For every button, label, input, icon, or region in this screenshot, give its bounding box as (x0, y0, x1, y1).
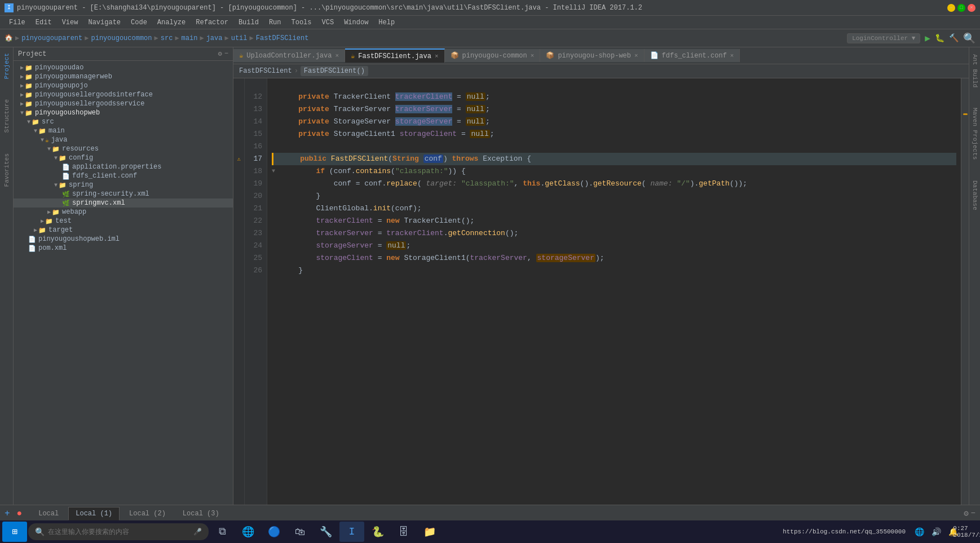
taskbar-search[interactable]: 🔍 🎤 (28, 523, 209, 540)
close-button[interactable]: × (968, 4, 975, 12)
tree-item-pinyougousellergoodsinterface[interactable]: ▶ 📁 pinyougousellergoodsinterface (14, 90, 233, 99)
tree-item-main[interactable]: ▼ 📁 main (14, 126, 233, 135)
taskbar-search-input[interactable] (48, 528, 190, 536)
tree-item-pinyougoupojo[interactable]: ▶ 📁 pinyougoupojo (14, 81, 233, 90)
bc-method[interactable]: FastDFSClient() (301, 66, 368, 76)
stop-terminal-button[interactable]: ● (17, 509, 23, 519)
tree-item-src[interactable]: ▼ 📁 src (14, 117, 233, 126)
nav-fastdfsclient[interactable]: FastDFSClient (256, 34, 309, 42)
tree-item-spring-security-xml[interactable]: 🌿 spring-security.xml (14, 189, 233, 198)
close-tab-fdfs-client-conf[interactable]: × (730, 52, 734, 59)
tree-item-application-properties[interactable]: 📄 application.properties (14, 162, 233, 171)
nav-util[interactable]: util (231, 34, 248, 42)
taskbar-store[interactable]: 🛍 (288, 522, 312, 542)
tab-fdfs-client-conf[interactable]: 📄 fdfs_client.conf × (644, 49, 740, 62)
menu-code[interactable]: Code (126, 17, 152, 28)
menu-edit[interactable]: Edit (31, 17, 56, 28)
maximize-button[interactable]: □ (957, 4, 965, 12)
tab-pinyougou-common[interactable]: 📦 pinyougou-common × (445, 49, 541, 62)
menu-help[interactable]: Help (374, 17, 399, 28)
menu-navigate[interactable]: Navigate (83, 17, 125, 28)
nav-pinyougouparent[interactable]: pinyougouparent (21, 34, 82, 42)
start-button[interactable]: ⊞ (2, 522, 27, 542)
terminal-tab-local[interactable]: Local (31, 507, 66, 520)
scrollbar-right[interactable] (961, 78, 969, 505)
tree-item-pinyougousellergoodsservice[interactable]: ▶ 📁 pinyougousellergoodsservice (14, 99, 233, 108)
taskbar-chrome[interactable]: 🔵 (262, 522, 286, 542)
code-editor[interactable]: private TrackerClient trackerClient = nu… (267, 78, 961, 505)
taskbar-task-view[interactable]: ⧉ (210, 522, 235, 542)
menu-build[interactable]: Build (234, 17, 263, 28)
tree-item-java[interactable]: ▼ ☕ java (14, 135, 233, 144)
tree-item-test[interactable]: ▶ 📁 test (14, 217, 233, 226)
close-tab-fast-dfs-client[interactable]: × (435, 53, 439, 60)
taskbar-db[interactable]: 🗄 (391, 522, 416, 542)
tab-fast-dfs-client[interactable]: ☕ FastDFSClient.java × (345, 48, 444, 63)
tree-item-config[interactable]: ▼ 📁 config (14, 153, 233, 162)
ant-build-tab[interactable]: Ant Build (970, 52, 979, 90)
code-line-12: private TrackerClient trackerClient = nu… (272, 91, 956, 103)
menu-analyze[interactable]: Analyze (153, 17, 190, 28)
tree-item-pinyougoushopweb[interactable]: ▼ 📁 pinyougoushopweb (14, 108, 233, 117)
terminal-tab-local-1[interactable]: Local (1) (68, 507, 120, 520)
tree-item-springmvc-xml[interactable]: 🌿 springmvc.xml (14, 198, 233, 208)
tab-pinyougou-shop-web[interactable]: 📦 pinyougou-shop-web × (540, 49, 644, 62)
sidebar-tab-structure[interactable]: Structure (2, 96, 11, 136)
tree-item-fdfs-client-conf[interactable]: 📄 fdfs_client.conf (14, 171, 233, 180)
run-button[interactable]: ▶ (925, 33, 930, 44)
nav-main[interactable]: main (182, 34, 198, 42)
taskbar-pycharm[interactable]: 🐍 (365, 522, 390, 542)
scroll-warning-marker (963, 113, 968, 115)
terminal-settings-button[interactable]: ⚙ (964, 509, 968, 518)
menu-refactor[interactable]: Refactor (191, 17, 233, 28)
taskbar-time[interactable]: 9:272018/7/27 (962, 522, 978, 542)
minimize-button[interactable]: − (947, 4, 955, 12)
nav-java[interactable]: java (206, 34, 223, 42)
tree-item-spring[interactable]: ▼ 📁 spring (14, 180, 233, 189)
taskbar-network-icon[interactable]: 🌐 (911, 522, 927, 542)
tree-item-target[interactable]: ▶ 📁 target (14, 226, 233, 235)
sidebar-settings-button[interactable]: ⚙ (218, 50, 222, 58)
menu-bar: File Edit View Navigate Code Analyze Ref… (0, 16, 980, 29)
taskbar-edge[interactable]: 🌐 (236, 522, 261, 542)
tree-item-webapp[interactable]: ▶ 📁 webapp (14, 208, 233, 217)
editor-breadcrumb: FastDFSClient › FastDFSClient() (233, 64, 969, 78)
close-tab-pinyougou-shop-web[interactable]: × (634, 52, 638, 59)
bc-class[interactable]: FastDFSClient (239, 67, 292, 75)
add-terminal-button[interactable]: + (5, 509, 10, 519)
search-everywhere-button[interactable]: 🔍 (963, 32, 975, 45)
run-config-selector[interactable]: LoginController ▼ (847, 33, 920, 43)
database-tab[interactable]: Database (970, 178, 979, 213)
menu-vcs[interactable]: VCS (317, 17, 339, 28)
terminal-hide-button[interactable]: − (971, 509, 975, 518)
build-button[interactable]: 🔨 (949, 33, 959, 43)
maven-projects-tab[interactable]: Maven Projects (970, 105, 979, 162)
menu-run[interactable]: Run (264, 17, 286, 28)
terminal-tab-local-2[interactable]: Local (2) (122, 507, 173, 520)
terminal-tab-local-3[interactable]: Local (3) (175, 507, 227, 520)
debug-button[interactable]: 🐛 (935, 33, 944, 43)
sidebar-tab-favorites[interactable]: Favorites (2, 150, 11, 190)
nav-pinyougoucommon[interactable]: pinyougoucommon (91, 34, 152, 42)
taskbar-volume-icon[interactable]: 🔊 (928, 522, 944, 542)
tree-item-pinyougoudao[interactable]: ▶ 📁 pinyougoudao (14, 63, 233, 72)
menu-window[interactable]: Window (339, 17, 373, 28)
sidebar-collapse-button[interactable]: − (224, 50, 228, 58)
tree-item-pinyougoumanagerweb[interactable]: ▶ 📁 pinyougoumanagerweb (14, 72, 233, 81)
tree-item-pinyougoushopweb-iml[interactable]: 📄 pinyougoushopweb.iml (14, 235, 233, 244)
tree-item-pom-xml[interactable]: 📄 pom.xml (14, 244, 233, 253)
taskbar-app1[interactable]: 🔧 (314, 522, 338, 542)
menu-tools[interactable]: Tools (287, 17, 316, 28)
sidebar-tab-project[interactable]: Project (2, 50, 11, 82)
close-tab-upload-controller[interactable]: × (335, 52, 339, 59)
app-icon: I (5, 3, 14, 12)
nav-src[interactable]: src (161, 34, 173, 42)
menu-view[interactable]: View (58, 17, 83, 28)
gutter-markers: ⚠ (233, 78, 245, 505)
taskbar-intellij[interactable]: I (339, 522, 364, 542)
tab-upload-controller[interactable]: ☕ UploadController.java × (233, 49, 345, 62)
menu-file[interactable]: File (5, 17, 30, 28)
close-tab-pinyougou-common[interactable]: × (531, 52, 535, 59)
tree-item-resources[interactable]: ▼ 📁 resources (14, 144, 233, 153)
taskbar-files[interactable]: 📁 (417, 522, 442, 542)
